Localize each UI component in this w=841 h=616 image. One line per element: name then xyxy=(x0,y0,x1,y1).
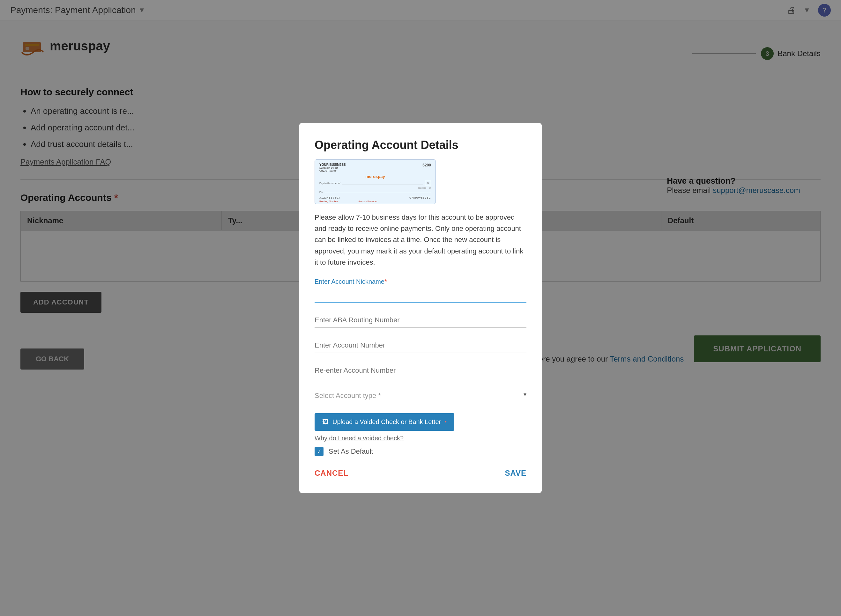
check-pay-line: Pay to the order of $ xyxy=(319,181,431,185)
check-pay-label: Pay to the order of xyxy=(319,182,340,185)
check-top-row: YOUR BUSINESS 123 Main Street City, ST 1… xyxy=(319,163,431,172)
check-business: YOUR BUSINESS 123 Main Street City, ST 1… xyxy=(319,163,346,172)
check-micr-area: #123456789# 07890=5673C xyxy=(319,195,431,199)
set-default-label: Set As Default xyxy=(329,447,373,456)
account-type-select[interactable]: Select Account type * Checking Savings xyxy=(315,388,526,403)
check-logo: meruspay xyxy=(319,174,431,179)
check-micr-routing: #123456789# xyxy=(319,196,340,199)
modal-overlay: Operating Account Details YOUR BUSINESS … xyxy=(0,0,841,616)
upload-required-dot: • xyxy=(445,419,447,425)
nickname-input[interactable] xyxy=(315,287,526,302)
upload-voided-check-button[interactable]: 🖼 Upload a Voided Check or Bank Letter • xyxy=(315,413,454,431)
check-city: City, ST 12345 xyxy=(319,169,346,172)
modal-footer: CANCEL SAVE xyxy=(315,469,526,478)
select-arrow-icon: ▾ xyxy=(523,391,526,398)
reenter-account-input[interactable] xyxy=(315,363,526,378)
set-default-row: ✓ Set As Default xyxy=(315,447,526,456)
check-amount-line: Dollars ⊙ xyxy=(319,186,431,189)
modal-description: Please allow 7-10 business days for this… xyxy=(315,212,526,268)
set-default-checkbox[interactable]: ✓ xyxy=(315,447,323,456)
check-business-name: YOUR BUSINESS xyxy=(319,163,346,166)
upload-area: 🖼 Upload a Voided Check or Bank Letter •… xyxy=(315,413,526,442)
check-for-line: For xyxy=(319,191,431,194)
account-number-label: Account Number xyxy=(358,200,378,203)
check-micr-account: 07890=5673C xyxy=(409,196,431,199)
account-field-group xyxy=(315,338,526,353)
check-routing-labels: Routing Number Account Number xyxy=(319,200,431,203)
cancel-button[interactable]: CANCEL xyxy=(315,469,348,478)
check-address: 123 Main Street xyxy=(319,166,346,169)
check-image: YOUR BUSINESS 123 Main Street City, ST 1… xyxy=(315,160,436,204)
nickname-field-group: Enter Account Nickname* xyxy=(315,278,526,302)
reenter-field-group xyxy=(315,363,526,378)
modal-title: Operating Account Details xyxy=(315,138,526,152)
check-dollar-box: $ xyxy=(425,181,431,185)
modal: Operating Account Details YOUR BUSINESS … xyxy=(299,123,542,493)
routing-label: Routing Number xyxy=(319,200,338,203)
routing-field-group xyxy=(315,313,526,328)
account-input[interactable] xyxy=(315,338,526,353)
routing-input[interactable] xyxy=(315,313,526,328)
save-button[interactable]: SAVE xyxy=(505,469,526,478)
check-number-area: 6200 xyxy=(422,163,431,172)
upload-button-text: Upload a Voided Check or Bank Letter xyxy=(332,418,441,426)
voided-check-link[interactable]: Why do I need a voided check? xyxy=(315,434,526,442)
account-type-group: Select Account type * Checking Savings ▾ xyxy=(315,388,526,403)
upload-image-icon: 🖼 xyxy=(322,418,329,426)
check-number: 6200 xyxy=(422,163,431,167)
nickname-label: Enter Account Nickname* xyxy=(315,278,526,285)
